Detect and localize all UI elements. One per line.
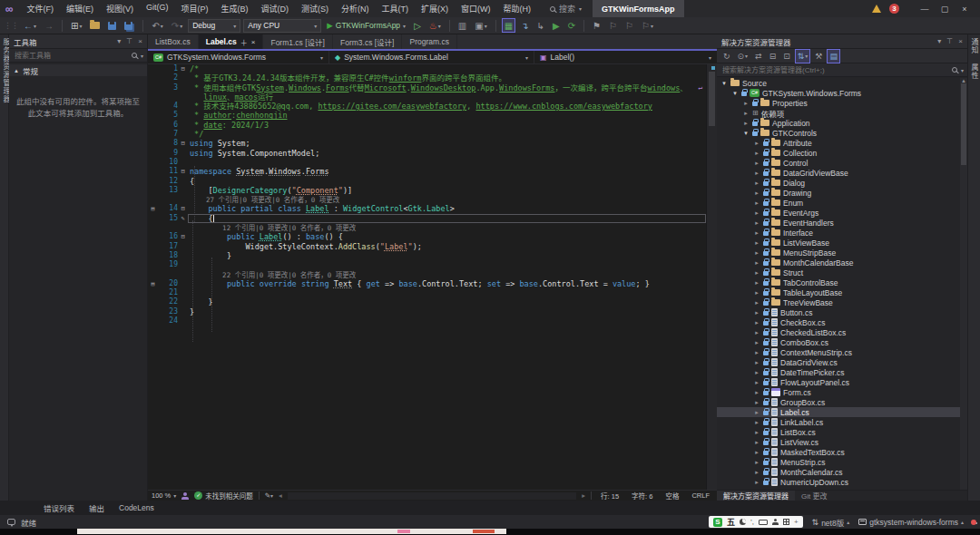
ime-more[interactable]: + — [794, 518, 799, 526]
tree-item[interactable]: ▸MonthCalendar.cs — [717, 467, 960, 477]
close-icon[interactable]: × — [958, 37, 963, 45]
panel-tab-0[interactable]: 解决方案资源管理器 — [717, 491, 795, 501]
collapsed-arrow-icon[interactable]: ▸ — [753, 329, 760, 336]
collapsed-arrow-icon[interactable]: ▸ — [753, 389, 760, 396]
previous-bookmark-icon[interactable]: ⚐ — [606, 18, 620, 33]
collapsed-arrow-icon[interactable]: ▸ — [753, 199, 760, 207]
fold-marker-icon[interactable]: ⊟ — [178, 232, 188, 241]
menu-item-0[interactable]: 文件(F) — [21, 3, 61, 15]
health-indicator[interactable]: ✓ 未找到相关问题 — [194, 491, 253, 501]
bookmark-list-icon[interactable]: ⚐▾ — [639, 18, 656, 33]
collapsed-arrow-icon[interactable]: ▸ — [753, 249, 760, 257]
tree-item[interactable]: ▸Enum — [717, 198, 960, 208]
menu-item-12[interactable]: 帮助(H) — [497, 3, 538, 15]
tree-item[interactable]: ▸MenuStripBase — [717, 248, 960, 258]
tree-item[interactable]: ▸EventArgs — [717, 208, 960, 218]
tree-item[interactable]: ▸EventHandlers — [717, 218, 960, 228]
collapsed-arrow-icon[interactable]: ▸ — [753, 319, 760, 326]
save-all-icon[interactable] — [122, 18, 137, 33]
scrollbar-thumb[interactable] — [961, 83, 966, 165]
tree-item[interactable]: ▸⊞依赖项 — [717, 108, 960, 118]
hscroll-right-arrow[interactable]: ▸ — [582, 491, 585, 500]
collapsed-arrow-icon[interactable]: ▸ — [753, 160, 760, 167]
collapsed-arrow-icon[interactable]: ▸ — [753, 459, 760, 466]
project-dropdown[interactable]: C# GTKSystem.Windows.Forms ▾ — [148, 51, 329, 63]
step-back-icon[interactable]: ↴ — [518, 18, 531, 33]
collapsed-arrow-icon[interactable]: ▸ — [742, 100, 750, 107]
panel-tab-1[interactable]: Git 更改 — [795, 491, 833, 501]
menu-item-11[interactable]: 窗口(W) — [455, 3, 497, 15]
toolbox-section-general[interactable]: ▲ 常规 — [9, 64, 147, 76]
refresh-icon[interactable]: ↻ — [720, 49, 733, 63]
toolbox-search-input[interactable] — [13, 51, 128, 61]
tree-item[interactable]: ▸Control — [717, 158, 960, 168]
properties-icon[interactable]: ⊡ — [780, 49, 793, 63]
sogou-icon[interactable]: S — [713, 518, 722, 527]
fold-marker-icon[interactable]: ⊟ — [178, 139, 188, 148]
toolbar-drag-handle[interactable]: ⋮⋮ — [4, 21, 18, 30]
collapsed-arrow-icon[interactable]: ▸ — [753, 349, 760, 356]
tree-item[interactable]: ▸Drawing — [717, 188, 960, 198]
collapsed-arrow-icon[interactable]: ▸ — [742, 110, 750, 117]
tree-item[interactable]: ▸TreeViewBase — [717, 297, 960, 307]
fold-marker-icon[interactable]: ⊟ — [178, 167, 188, 176]
collapsed-arrow-icon[interactable]: ▸ — [753, 259, 760, 267]
profiler-icon[interactable]: ▣▾ — [472, 18, 489, 33]
type-dropdown[interactable]: ◆ System.Windows.Forms.Label ▾ — [329, 51, 534, 63]
collapsed-arrow-icon[interactable]: ▸ — [753, 190, 760, 197]
git-repo-control[interactable]: gtksystem-windows-forms ▴ — [858, 518, 964, 527]
collapsed-arrow-icon[interactable]: ▸ — [753, 439, 760, 446]
punctuation-toggle[interactable]: ’, — [750, 518, 754, 526]
menu-item-6[interactable]: 调试(D) — [255, 3, 296, 15]
tree-item[interactable]: ▸CheckedListBox.cs — [717, 327, 960, 337]
tree-item[interactable]: ▸MaskedTextBox.cs — [717, 447, 960, 457]
tree-item[interactable]: ▸MonthCalendarBase — [717, 258, 960, 268]
bookmark-icon[interactable]: ⚑ — [590, 18, 603, 33]
tree-item[interactable]: ▸LinkLabel.cs — [717, 417, 960, 427]
tree-item[interactable]: ▸ContextMenuStrip.cs — [717, 347, 960, 357]
codelens-info[interactable]: 27 个引用|0 项更改|0 名作者，0 项更改 — [190, 196, 339, 204]
sync-active-document-icon[interactable]: ⇅▾ — [795, 49, 811, 63]
tree-item[interactable]: ▸Application — [717, 118, 960, 128]
chevron-down-icon[interactable]: ▾ — [117, 37, 121, 45]
feedback-icon[interactable] — [7, 519, 15, 525]
bottom-tab-2[interactable]: CodeLens — [119, 503, 154, 512]
document-tab-4[interactable]: Program.cs — [402, 34, 456, 49]
tree-item[interactable]: ▸Interface — [717, 228, 960, 238]
nav-forward-icon[interactable]: → — [42, 18, 56, 33]
document-tab-1[interactable]: Label.cs＋× — [199, 34, 264, 49]
bottom-tab-0[interactable]: 错误列表 — [44, 502, 74, 513]
zoom-select[interactable]: 100 % ▾ — [152, 491, 176, 500]
wrench-icon[interactable]: ⚒ — [812, 49, 825, 63]
tree-item[interactable]: ▸GroupBox.cs — [717, 397, 960, 407]
tree-item[interactable]: ▸Properties — [717, 98, 960, 108]
document-tab-0[interactable]: ListBox.cs — [148, 34, 199, 49]
tree-item[interactable]: ▸Form.cs — [717, 387, 960, 397]
attach-process-icon[interactable]: ▥ — [456, 18, 469, 33]
code-analysis-icon[interactable]: ▦ — [502, 18, 515, 33]
tree-item[interactable]: ▸ListBox.cs — [717, 427, 960, 437]
live-share-icon[interactable] — [181, 492, 189, 500]
tree-item[interactable]: ▾GTKControls — [717, 128, 960, 138]
right-dock-tab-0[interactable]: 通知 — [969, 38, 979, 54]
save-icon[interactable] — [105, 18, 119, 33]
tree-item[interactable]: ▸NumericUpDown.cs — [717, 477, 960, 487]
expanded-arrow-icon[interactable]: ▾ — [720, 80, 728, 87]
menu-item-2[interactable]: 视图(V) — [100, 3, 140, 15]
fold-marker-icon[interactable]: ⊟ — [178, 204, 188, 213]
collapsed-arrow-icon[interactable]: ▸ — [753, 150, 760, 157]
title-search[interactable]: 搜索 ▾ — [550, 3, 582, 15]
member-dropdown[interactable]: ▣ Label() ▾ — [534, 51, 717, 63]
document-tab-3[interactable]: Form3.cs [设计] — [333, 34, 403, 49]
spaces-indicator[interactable]: 空格 — [662, 491, 682, 501]
tree-item[interactable]: ▸TableLayoutBase — [717, 287, 960, 297]
codelens-info[interactable]: 12 个引用|0 项更改|0 名作者，0 项更改 — [190, 224, 356, 232]
hot-reload-icon[interactable]: ♨▾ — [426, 18, 444, 33]
document-tab-2[interactable]: Form1.cs [设计] — [263, 34, 333, 49]
menu-item-10[interactable]: 扩展(X) — [415, 3, 455, 15]
collapsed-arrow-icon[interactable]: ▸ — [753, 229, 760, 237]
browser-refresh-icon[interactable]: ⟳ — [565, 18, 578, 33]
line-indicator[interactable]: 行: 15 — [597, 491, 622, 501]
browser-link-icon[interactable]: ▶ — [550, 18, 563, 33]
collapsed-arrow-icon[interactable]: ▸ — [753, 369, 760, 376]
